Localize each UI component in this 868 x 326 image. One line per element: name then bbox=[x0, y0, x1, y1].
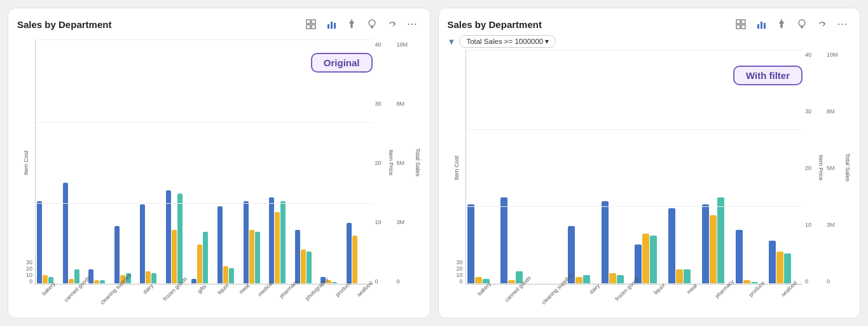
filter-bar: ▼Total Sales >= 1000000 ▾ bbox=[448, 35, 851, 48]
y-axis-left-numbers: 3020100 bbox=[448, 258, 465, 313]
svg-rect-0 bbox=[307, 20, 310, 24]
y-axis-total-sales-title: Total Sales bbox=[843, 50, 851, 313]
bar-group bbox=[166, 190, 191, 284]
chart-card-original: Sales by Department···OriginalItem Cost3… bbox=[8, 8, 431, 318]
bar-yellow bbox=[609, 273, 616, 284]
bar-teal bbox=[151, 273, 156, 284]
filter-badge[interactable]: Total Sales >= 1000000 ▾ bbox=[459, 35, 556, 48]
bar-group bbox=[635, 234, 667, 284]
svg-point-19 bbox=[799, 20, 805, 26]
bar-teal bbox=[177, 194, 183, 284]
pin-icon[interactable] bbox=[343, 16, 360, 32]
svg-rect-3 bbox=[312, 25, 315, 29]
bar-blue bbox=[63, 183, 68, 284]
bar-blue bbox=[166, 190, 171, 284]
y-axis-item-price-title: Item Price bbox=[387, 40, 394, 313]
svg-rect-6 bbox=[334, 23, 336, 29]
svg-rect-4 bbox=[327, 24, 329, 29]
bar-teal bbox=[255, 232, 260, 284]
bar-teal bbox=[684, 269, 691, 284]
chart-inner: bakerycanned goodscleaning suppliesdairy… bbox=[35, 40, 373, 313]
bar-yellow bbox=[642, 234, 649, 284]
y-axis-left-title: Item Cost bbox=[448, 50, 465, 258]
bar-chart-icon[interactable] bbox=[323, 16, 340, 32]
right-axes: 403020100Item Price10M8M5M3M0Total Sales bbox=[373, 40, 421, 313]
filter-icon: ▼ bbox=[448, 37, 456, 46]
bar-blue bbox=[269, 197, 274, 284]
bar-teal bbox=[229, 268, 234, 285]
y-axis-total-sales-numbers: 10M8M5M3M0 bbox=[394, 40, 413, 313]
svg-rect-1 bbox=[312, 20, 315, 24]
x-labels: bakerycanned goodscleaning suppliesdairy… bbox=[465, 285, 803, 313]
share-icon[interactable] bbox=[384, 16, 401, 32]
bar-blue bbox=[467, 204, 474, 284]
bar-teal bbox=[100, 280, 105, 284]
bar-yellow bbox=[172, 230, 177, 284]
more-icon[interactable]: ··· bbox=[834, 16, 851, 32]
bar-blue bbox=[295, 230, 300, 284]
svg-rect-9 bbox=[371, 26, 373, 27]
bar-yellow bbox=[275, 212, 280, 284]
annotation-label: Original bbox=[311, 53, 373, 73]
bar-teal bbox=[203, 232, 208, 284]
chart-card-filtered: Sales by Department···▼Total Sales >= 10… bbox=[438, 8, 861, 318]
bar-teal bbox=[307, 252, 312, 284]
bar-teal bbox=[332, 282, 337, 284]
bars-area bbox=[35, 40, 373, 285]
bar-yellow bbox=[743, 280, 750, 284]
bar-blue bbox=[702, 204, 709, 284]
bar-blue bbox=[191, 279, 196, 285]
svg-rect-12 bbox=[741, 20, 745, 24]
chart-title: Sales by Department bbox=[17, 19, 111, 30]
svg-rect-13 bbox=[736, 25, 740, 29]
svg-rect-15 bbox=[757, 24, 759, 29]
chart-title: Sales by Department bbox=[448, 19, 542, 30]
bar-group bbox=[769, 241, 801, 284]
more-icon[interactable]: ··· bbox=[404, 16, 421, 32]
chart-area: Item Cost3020100bakerycanned goodscleani… bbox=[17, 40, 421, 313]
bar-yellow bbox=[249, 230, 254, 284]
bar-blue bbox=[140, 204, 145, 284]
bar-group bbox=[467, 204, 500, 284]
bar-yellow bbox=[197, 244, 202, 284]
bar-group bbox=[191, 232, 216, 284]
y-axis-left: Item Cost3020100 bbox=[17, 40, 35, 313]
svg-rect-10 bbox=[371, 27, 373, 29]
pin-icon[interactable] bbox=[773, 16, 790, 32]
bar-group bbox=[736, 230, 768, 284]
bar-yellow bbox=[710, 215, 717, 284]
svg-rect-21 bbox=[801, 27, 803, 29]
y-axis-left-numbers: 3020100 bbox=[17, 258, 35, 313]
bar-blue bbox=[244, 201, 249, 284]
y-axis-item-price-title: Item Price bbox=[816, 50, 824, 313]
bulb-icon[interactable] bbox=[364, 16, 380, 32]
bulb-icon[interactable] bbox=[794, 16, 810, 32]
svg-rect-14 bbox=[741, 25, 745, 29]
bar-yellow bbox=[94, 280, 99, 284]
bar-group bbox=[244, 201, 268, 284]
bar-blue bbox=[500, 197, 507, 284]
bar-yellow bbox=[43, 275, 48, 284]
share-icon[interactable] bbox=[814, 16, 830, 32]
bar-group bbox=[702, 197, 734, 284]
y-axis-total-sales-title: Total Sales bbox=[413, 40, 421, 313]
svg-rect-5 bbox=[331, 22, 333, 29]
bar-yellow bbox=[69, 279, 74, 285]
y-axis-total-sales-numbers: 10M8M5M3M0 bbox=[824, 50, 843, 313]
grid-icon[interactable] bbox=[733, 16, 749, 32]
bar-teal bbox=[784, 253, 791, 284]
bar-blue bbox=[602, 201, 609, 284]
bar-teal bbox=[583, 275, 590, 284]
bar-chart-icon[interactable] bbox=[753, 16, 769, 32]
bar-blue bbox=[217, 206, 223, 284]
grid-icon[interactable] bbox=[303, 16, 319, 32]
bar-group bbox=[500, 197, 533, 284]
y-axis-item-price-numbers: 403020100 bbox=[373, 40, 387, 313]
bar-group bbox=[295, 230, 320, 284]
bar-group bbox=[217, 206, 242, 284]
svg-rect-16 bbox=[761, 22, 762, 29]
bar-yellow bbox=[475, 277, 482, 284]
svg-rect-2 bbox=[307, 25, 310, 29]
card-header: Sales by Department··· bbox=[17, 16, 421, 32]
bar-group bbox=[668, 208, 701, 284]
